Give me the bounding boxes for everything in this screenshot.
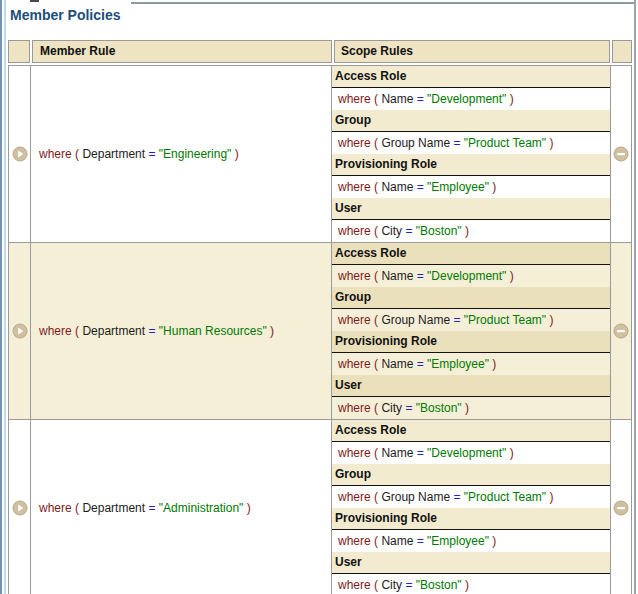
open-paren: ( bbox=[374, 446, 378, 460]
member-rule-cell: where ( Department = "Engineering" ) bbox=[31, 66, 332, 242]
scope-category-header: Access Role bbox=[332, 420, 610, 442]
scope-where-clause: where ( Name = "Development" ) bbox=[332, 88, 610, 110]
close-paren: ) bbox=[235, 147, 239, 161]
remove-minus-icon[interactable] bbox=[613, 323, 629, 339]
remove-cell bbox=[611, 420, 631, 594]
close-paren: ) bbox=[492, 534, 496, 548]
equals-operator: = bbox=[417, 534, 424, 548]
open-paren: ( bbox=[374, 534, 378, 548]
scope-where-clause: where ( Name = "Employee" ) bbox=[332, 530, 610, 552]
field-value: "Employee" bbox=[427, 180, 489, 194]
where-keyword: where bbox=[338, 401, 371, 415]
where-keyword: where bbox=[338, 269, 371, 283]
scope-where-clause: where ( Name = "Development" ) bbox=[332, 265, 610, 287]
field-value: "Boston" bbox=[416, 401, 462, 415]
close-paren: ) bbox=[270, 324, 274, 338]
field-name: City bbox=[381, 401, 402, 415]
policy-row: where ( Department = "Engineering" ) Acc… bbox=[9, 66, 631, 242]
scope-rules-cell: Access Role where ( Name = "Development"… bbox=[332, 66, 611, 242]
scope-category-header: Access Role bbox=[332, 66, 610, 88]
policy-row: where ( Department = "Administration" ) … bbox=[9, 419, 631, 594]
equals-operator: = bbox=[417, 446, 424, 460]
scope-category-header: User bbox=[332, 198, 610, 220]
where-keyword: where bbox=[338, 357, 371, 371]
expand-cell bbox=[9, 420, 31, 594]
open-paren: ( bbox=[374, 136, 378, 150]
field-value: "Administration" bbox=[159, 501, 244, 515]
scope-where-clause: where ( Name = "Development" ) bbox=[332, 442, 610, 464]
header-cell-actions bbox=[612, 40, 632, 63]
field-value: "Human Resources" bbox=[159, 324, 267, 338]
where-keyword: where bbox=[39, 147, 72, 161]
expand-cell bbox=[9, 66, 31, 242]
close-paren: ) bbox=[247, 501, 251, 515]
scope-where-clause: where ( Group Name = "Product Team" ) bbox=[332, 486, 610, 508]
open-paren: ( bbox=[75, 501, 79, 515]
equals-operator: = bbox=[405, 578, 412, 592]
field-value: "Development" bbox=[427, 92, 506, 106]
field-value: "Boston" bbox=[416, 578, 462, 592]
field-value: "Product Team" bbox=[464, 136, 546, 150]
member-policies-page: Member Policies Member Rule Scope Rules … bbox=[0, 0, 638, 594]
field-name: Department bbox=[82, 501, 145, 515]
close-paren: ) bbox=[465, 401, 469, 415]
scope-where-clause: where ( City = "Boston" ) bbox=[332, 397, 610, 419]
remove-minus-icon[interactable] bbox=[613, 500, 629, 516]
where-keyword: where bbox=[338, 578, 371, 592]
open-paren: ( bbox=[374, 313, 378, 327]
field-value: "Development" bbox=[427, 269, 506, 283]
close-paren: ) bbox=[465, 578, 469, 592]
frame-left-inner-border bbox=[4, 0, 6, 594]
equals-operator: = bbox=[417, 180, 424, 194]
equals-operator: = bbox=[405, 224, 412, 238]
member-rule-clause: where ( Department = "Engineering" ) bbox=[39, 147, 239, 161]
expand-cell bbox=[9, 243, 31, 419]
field-name: City bbox=[381, 578, 402, 592]
close-paren: ) bbox=[465, 224, 469, 238]
close-paren: ) bbox=[492, 357, 496, 371]
close-paren: ) bbox=[549, 313, 553, 327]
equals-operator: = bbox=[453, 313, 460, 327]
scope-category-header: Group bbox=[332, 287, 610, 309]
field-name: Name bbox=[381, 180, 413, 194]
scope-where-clause: where ( Group Name = "Product Team" ) bbox=[332, 132, 610, 154]
field-name: Name bbox=[381, 92, 413, 106]
field-name: Name bbox=[381, 446, 413, 460]
table-body: where ( Department = "Engineering" ) Acc… bbox=[8, 65, 632, 594]
expand-arrow-icon[interactable] bbox=[12, 146, 28, 162]
member-policies-table: Member Rule Scope Rules where ( Departme… bbox=[8, 40, 632, 594]
scope-category-header: User bbox=[332, 552, 610, 574]
table-header-row: Member Rule Scope Rules bbox=[8, 40, 632, 63]
frame-right-border bbox=[634, 0, 636, 594]
field-name: Group Name bbox=[381, 136, 450, 150]
field-name: Name bbox=[381, 357, 413, 371]
field-value: "Product Team" bbox=[464, 490, 546, 504]
where-keyword: where bbox=[338, 446, 371, 460]
where-keyword: where bbox=[39, 501, 72, 515]
equals-operator: = bbox=[453, 136, 460, 150]
frame-top-notch bbox=[30, 0, 39, 2]
scope-category-header: Access Role bbox=[332, 243, 610, 265]
where-keyword: where bbox=[338, 136, 371, 150]
where-keyword: where bbox=[338, 534, 371, 548]
header-cell-scope-rules: Scope Rules bbox=[334, 40, 610, 63]
remove-minus-icon[interactable] bbox=[613, 146, 629, 162]
equals-operator: = bbox=[148, 147, 155, 161]
scope-rules-cell: Access Role where ( Name = "Development"… bbox=[332, 243, 611, 419]
scope-where-clause: where ( City = "Boston" ) bbox=[332, 574, 610, 594]
close-paren: ) bbox=[492, 180, 496, 194]
header-cell-member-rule: Member Rule bbox=[32, 40, 332, 63]
equals-operator: = bbox=[148, 501, 155, 515]
scope-category-header: User bbox=[332, 375, 610, 397]
open-paren: ( bbox=[75, 324, 79, 338]
field-value: "Product Team" bbox=[464, 313, 546, 327]
scope-category-header: Group bbox=[332, 464, 610, 486]
expand-arrow-icon[interactable] bbox=[12, 323, 28, 339]
frame-top-divider bbox=[131, 2, 634, 4]
open-paren: ( bbox=[374, 578, 378, 592]
expand-arrow-icon[interactable] bbox=[12, 500, 28, 516]
scope-where-clause: where ( Group Name = "Product Team" ) bbox=[332, 309, 610, 331]
scope-where-clause: where ( City = "Boston" ) bbox=[332, 220, 610, 242]
member-rule-clause: where ( Department = "Administration" ) bbox=[39, 501, 251, 515]
close-paren: ) bbox=[510, 92, 514, 106]
